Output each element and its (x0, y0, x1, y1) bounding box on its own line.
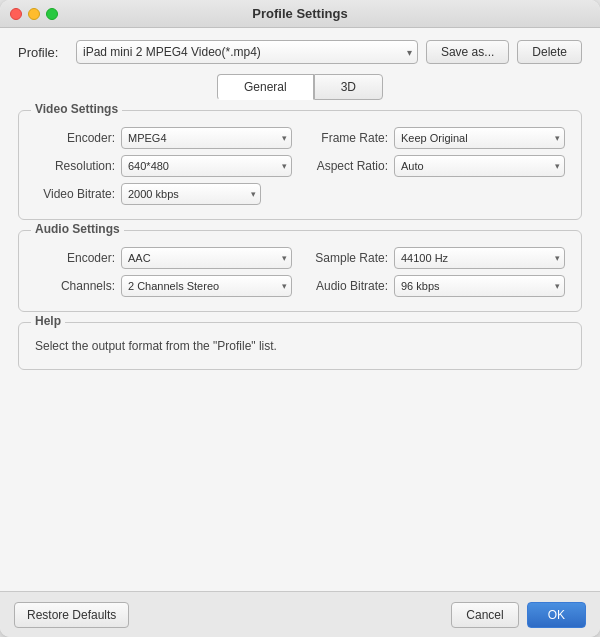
resolution-label: Resolution: (35, 159, 115, 173)
audio-encoder-label: Encoder: (35, 251, 115, 265)
profile-select-wrapper: iPad mini 2 MPEG4 Video(*.mp4) Custom Pr… (76, 40, 418, 64)
aspect-ratio-select[interactable]: Auto 4:3 16:9 (394, 155, 565, 177)
restore-defaults-button[interactable]: Restore Defaults (14, 602, 129, 628)
cancel-button[interactable]: Cancel (451, 602, 518, 628)
profile-settings-window: Profile Settings Profile: iPad mini 2 MP… (0, 0, 600, 637)
maximize-button[interactable] (46, 8, 58, 20)
frame-rate-label: Frame Rate: (308, 131, 388, 145)
audio-encoder-select-wrapper: AAC MP3 ▾ (121, 247, 292, 269)
bottom-right-buttons: Cancel OK (451, 602, 586, 628)
help-section: Help Select the output format from the "… (18, 322, 582, 370)
channels-field: Channels: 1 Channel Mono 2 Channels Ster… (35, 275, 292, 297)
tabs-row: General 3D (18, 74, 582, 100)
video-row-1: Encoder: MPEG4 H.264 H.265 ▾ Frame Rate: (35, 127, 565, 149)
video-settings-legend: Video Settings (31, 102, 122, 116)
resolution-select[interactable]: 640*480 1280*720 1920*1080 (121, 155, 292, 177)
delete-button[interactable]: Delete (517, 40, 582, 64)
help-legend: Help (31, 314, 65, 328)
bottom-bar: Restore Defaults Cancel OK (0, 591, 600, 637)
audio-encoder-field: Encoder: AAC MP3 ▾ (35, 247, 292, 269)
profile-label: Profile: (18, 45, 68, 60)
sample-rate-label: Sample Rate: (308, 251, 388, 265)
title-bar: Profile Settings (0, 0, 600, 28)
video-settings-section: Video Settings Encoder: MPEG4 H.264 H.26… (18, 110, 582, 220)
channels-label: Channels: (35, 279, 115, 293)
encoder-label: Encoder: (35, 131, 115, 145)
resolution-select-wrapper: 640*480 1280*720 1920*1080 ▾ (121, 155, 292, 177)
video-bitrate-label: Video Bitrate: (35, 187, 115, 201)
aspect-ratio-select-wrapper: Auto 4:3 16:9 ▾ (394, 155, 565, 177)
encoder-field: Encoder: MPEG4 H.264 H.265 ▾ (35, 127, 292, 149)
ok-button[interactable]: OK (527, 602, 586, 628)
frame-rate-field: Frame Rate: Keep Original 24 25 30 60 ▾ (308, 127, 565, 149)
video-row-3: Video Bitrate: 1000 kbps 2000 kbps 3000 … (35, 183, 565, 205)
sample-rate-select[interactable]: 22050 Hz 44100 Hz 48000 Hz (394, 247, 565, 269)
tab-3d[interactable]: 3D (314, 74, 383, 100)
save-as-button[interactable]: Save as... (426, 40, 509, 64)
close-button[interactable] (10, 8, 22, 20)
audio-bitrate-select[interactable]: 64 kbps 96 kbps 128 kbps 192 kbps (394, 275, 565, 297)
aspect-ratio-label: Aspect Ratio: (308, 159, 388, 173)
frame-rate-select[interactable]: Keep Original 24 25 30 60 (394, 127, 565, 149)
channels-select[interactable]: 1 Channel Mono 2 Channels Stereo (121, 275, 292, 297)
frame-rate-select-wrapper: Keep Original 24 25 30 60 ▾ (394, 127, 565, 149)
aspect-ratio-field: Aspect Ratio: Auto 4:3 16:9 ▾ (308, 155, 565, 177)
sample-rate-field: Sample Rate: 22050 Hz 44100 Hz 48000 Hz … (308, 247, 565, 269)
video-bitrate-field: Video Bitrate: 1000 kbps 2000 kbps 3000 … (35, 183, 300, 205)
audio-settings-section: Audio Settings Encoder: AAC MP3 ▾ (18, 230, 582, 312)
tab-general[interactable]: General (217, 74, 314, 100)
sample-rate-select-wrapper: 22050 Hz 44100 Hz 48000 Hz ▾ (394, 247, 565, 269)
profile-row: Profile: iPad mini 2 MPEG4 Video(*.mp4) … (18, 40, 582, 64)
window-title: Profile Settings (252, 6, 347, 21)
channels-select-wrapper: 1 Channel Mono 2 Channels Stereo ▾ (121, 275, 292, 297)
audio-encoder-select[interactable]: AAC MP3 (121, 247, 292, 269)
audio-row-1: Encoder: AAC MP3 ▾ Sample Rate: (35, 247, 565, 269)
video-row-2: Resolution: 640*480 1280*720 1920*1080 ▾… (35, 155, 565, 177)
video-bitrate-select-wrapper: 1000 kbps 2000 kbps 3000 kbps 4000 kbps … (121, 183, 261, 205)
encoder-select-wrapper: MPEG4 H.264 H.265 ▾ (121, 127, 292, 149)
main-content: Profile: iPad mini 2 MPEG4 Video(*.mp4) … (0, 28, 600, 591)
window-controls (10, 8, 58, 20)
audio-bitrate-label: Audio Bitrate: (308, 279, 388, 293)
help-text: Select the output format from the "Profi… (35, 337, 565, 355)
video-fields: Encoder: MPEG4 H.264 H.265 ▾ Frame Rate: (35, 127, 565, 205)
audio-fields: Encoder: AAC MP3 ▾ Sample Rate: (35, 247, 565, 297)
encoder-select[interactable]: MPEG4 H.264 H.265 (121, 127, 292, 149)
audio-row-2: Channels: 1 Channel Mono 2 Channels Ster… (35, 275, 565, 297)
resolution-field: Resolution: 640*480 1280*720 1920*1080 ▾ (35, 155, 292, 177)
video-bitrate-select[interactable]: 1000 kbps 2000 kbps 3000 kbps 4000 kbps (121, 183, 261, 205)
audio-bitrate-select-wrapper: 64 kbps 96 kbps 128 kbps 192 kbps ▾ (394, 275, 565, 297)
minimize-button[interactable] (28, 8, 40, 20)
audio-settings-legend: Audio Settings (31, 222, 124, 236)
audio-bitrate-field: Audio Bitrate: 64 kbps 96 kbps 128 kbps … (308, 275, 565, 297)
profile-select[interactable]: iPad mini 2 MPEG4 Video(*.mp4) Custom Pr… (76, 40, 418, 64)
